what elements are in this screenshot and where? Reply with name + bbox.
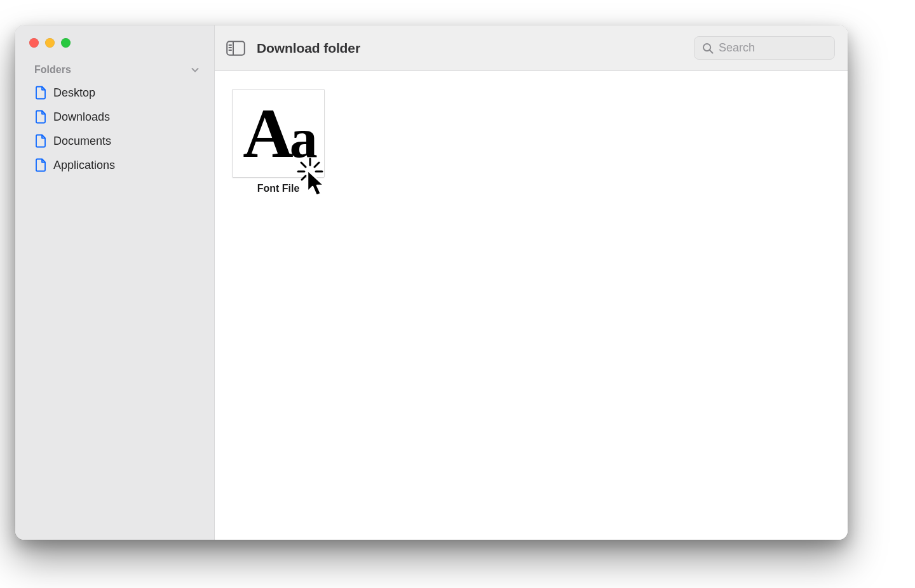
sidebar-section-label: Folders <box>34 64 71 76</box>
sidebar-item-desktop[interactable]: Desktop <box>27 81 209 105</box>
search-input[interactable] <box>719 41 827 55</box>
zoom-window-button[interactable] <box>61 38 71 48</box>
toolbar: Download folder <box>215 25 848 71</box>
file-label: Font File <box>230 183 327 194</box>
sidebar-item-label: Downloads <box>53 110 110 124</box>
sidebar-item-label: Applications <box>53 159 115 172</box>
search-field[interactable] <box>694 36 835 60</box>
file-item-font-file[interactable]: Aa Font File <box>230 89 327 194</box>
sidebar-item-downloads[interactable]: Downloads <box>27 105 209 129</box>
chevron-down-icon <box>190 65 200 75</box>
finder-window: Folders Desktop <box>15 25 848 540</box>
svg-line-6 <box>710 50 712 53</box>
sidebar-toggle-icon[interactable] <box>226 41 245 56</box>
document-icon <box>34 158 47 172</box>
search-icon <box>702 43 714 54</box>
document-icon <box>34 134 47 148</box>
minimize-window-button[interactable] <box>45 38 55 48</box>
window-title: Download folder <box>257 41 360 56</box>
sidebar-item-applications[interactable]: Applications <box>27 153 209 177</box>
document-icon <box>34 86 47 100</box>
close-window-button[interactable] <box>29 38 39 48</box>
sidebar-item-label: Documents <box>53 135 111 148</box>
main-pane: Download folder Aa <box>215 25 848 540</box>
file-thumbnail: Aa <box>232 89 325 178</box>
sidebar: Folders Desktop <box>15 25 215 540</box>
sidebar-item-documents[interactable]: Documents <box>27 129 209 153</box>
sidebar-section-header[interactable]: Folders <box>15 62 214 79</box>
sidebar-list: Desktop Downloads <box>15 79 214 177</box>
font-glyph-icon: Aa <box>243 102 313 165</box>
document-icon <box>34 110 47 124</box>
window-controls <box>15 38 214 48</box>
sidebar-item-label: Desktop <box>53 86 95 100</box>
content-area[interactable]: Aa Font File <box>215 71 848 540</box>
